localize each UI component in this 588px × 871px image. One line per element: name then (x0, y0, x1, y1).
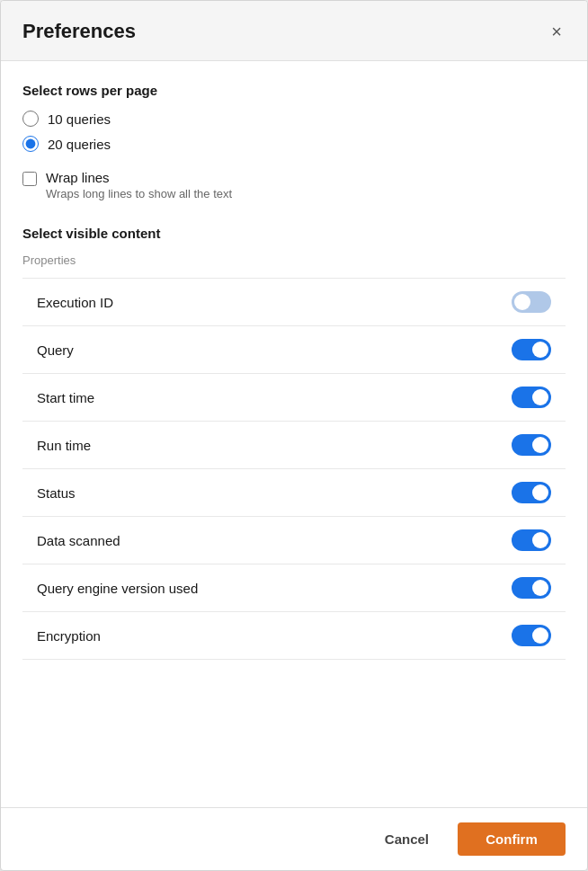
close-button[interactable]: × (548, 19, 566, 44)
property-name-execution-id: Execution ID (37, 295, 113, 310)
property-name-query: Query (37, 342, 74, 358)
property-row-encryption: Encryption (22, 612, 566, 660)
dialog-footer: Cancel Confirm (1, 807, 587, 870)
toggle-encryption-slider (512, 625, 551, 646)
wrap-lines-title: Wrap lines (46, 170, 232, 185)
radio-10-input[interactable] (22, 111, 39, 127)
radio-20-label: 20 queries (48, 137, 111, 152)
property-name-query-engine: Query engine version used (37, 581, 198, 596)
property-row-query-engine: Query engine version used (22, 564, 566, 612)
property-row-data-scanned: Data scanned (22, 517, 566, 564)
toggle-start-time-slider (512, 387, 551, 408)
property-row-start-time: Start time (22, 374, 566, 422)
toggle-execution-id-slider (512, 291, 551, 313)
toggle-query-engine-slider (512, 577, 551, 599)
wrap-lines-checkbox[interactable] (22, 172, 37, 186)
properties-group-label: Properties (22, 253, 566, 271)
property-name-data-scanned: Data scanned (37, 533, 120, 548)
cancel-button[interactable]: Cancel (367, 822, 447, 856)
toggle-run-time[interactable] (512, 434, 551, 456)
toggle-data-scanned[interactable] (512, 529, 551, 551)
property-row-run-time: Run time (22, 422, 566, 469)
wrap-lines-text: Wrap lines Wraps long lines to show all … (46, 170, 232, 200)
toggle-start-time[interactable] (512, 387, 551, 408)
toggle-run-time-slider (512, 434, 551, 456)
radio-10-queries[interactable]: 10 queries (22, 111, 566, 127)
dialog-body: Select rows per page 10 queries 20 queri… (1, 61, 587, 793)
confirm-button[interactable]: Confirm (458, 822, 566, 856)
preferences-dialog: Preferences × Select rows per page 10 qu… (0, 0, 588, 871)
dialog-title: Preferences (22, 20, 136, 43)
wrap-lines-hint: Wraps long lines to show all the text (46, 187, 232, 200)
toggle-query[interactable] (512, 339, 551, 360)
property-name-encryption: Encryption (37, 628, 101, 644)
radio-10-label: 10 queries (48, 111, 111, 127)
rows-per-page-label: Select rows per page (22, 83, 566, 98)
wrap-lines-section: Wrap lines Wraps long lines to show all … (22, 170, 566, 200)
toggle-execution-id[interactable] (512, 291, 551, 313)
toggle-encryption[interactable] (512, 625, 551, 646)
rows-per-page-group: 10 queries 20 queries (22, 111, 566, 152)
visible-content-label: Select visible content (22, 226, 566, 241)
dialog-header: Preferences × (1, 1, 587, 61)
visible-content-section: Select visible content Properties Execut… (22, 226, 566, 660)
property-row-execution-id: Execution ID (22, 279, 566, 326)
toggle-query-engine[interactable] (512, 577, 551, 599)
toggle-status[interactable] (512, 482, 551, 503)
property-name-start-time: Start time (37, 390, 94, 405)
toggle-query-slider (512, 339, 551, 360)
property-name-status: Status (37, 485, 76, 501)
wrap-lines-label[interactable]: Wrap lines Wraps long lines to show all … (22, 170, 566, 200)
radio-20-queries[interactable]: 20 queries (22, 136, 566, 152)
toggle-status-slider (512, 482, 551, 503)
properties-list: Execution ID Query Start tim (22, 278, 566, 660)
radio-20-input[interactable] (22, 136, 39, 152)
property-name-run-time: Run time (37, 438, 91, 453)
toggle-data-scanned-slider (512, 529, 551, 551)
property-row-status: Status (22, 469, 566, 517)
property-row-query: Query (22, 326, 566, 374)
